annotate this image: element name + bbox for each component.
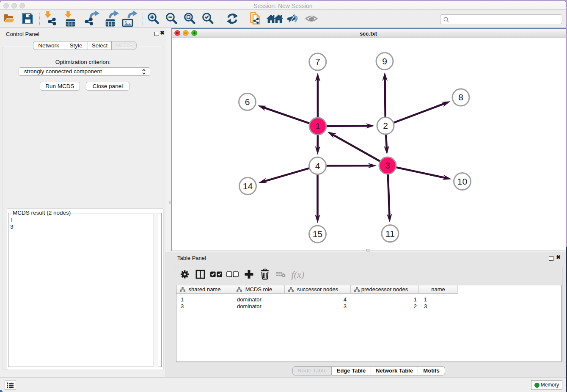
svg-text:8: 8 xyxy=(458,92,463,102)
svg-text:1: 1 xyxy=(315,121,320,131)
svg-text:15: 15 xyxy=(313,229,322,239)
svg-text:3: 3 xyxy=(385,160,390,170)
svg-text:11: 11 xyxy=(385,229,395,238)
svg-text:7: 7 xyxy=(315,57,320,66)
svg-text:2: 2 xyxy=(383,121,388,130)
svg-text:6: 6 xyxy=(245,97,250,107)
svg-text:4: 4 xyxy=(315,161,320,171)
svg-text:14: 14 xyxy=(243,181,253,191)
svg-text:9: 9 xyxy=(382,56,387,66)
svg-text:f(x): f(x) xyxy=(292,269,305,280)
svg-text:10: 10 xyxy=(457,177,467,186)
